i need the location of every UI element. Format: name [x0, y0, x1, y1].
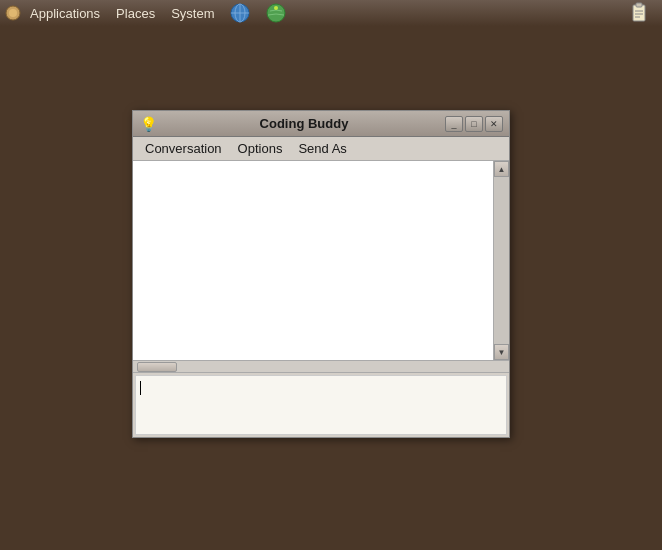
chat-display[interactable]	[133, 161, 493, 360]
window-titlebar: 💡 Coding Buddy _ □ ✕	[133, 111, 509, 137]
horizontal-scroll-area	[133, 361, 509, 373]
h-scroll-thumb[interactable]	[137, 362, 177, 372]
chat-area-container: ▲ ▼	[133, 161, 509, 361]
places-menu[interactable]: Places	[108, 4, 163, 23]
chat-scrollbar: ▲ ▼	[493, 161, 509, 360]
window-title: Coding Buddy	[163, 116, 445, 131]
svg-point-7	[274, 6, 278, 10]
clipboard-button[interactable]	[620, 0, 658, 26]
text-cursor	[140, 381, 141, 395]
message-input-area[interactable]	[135, 375, 507, 435]
options-menu[interactable]: Options	[230, 138, 291, 159]
send-as-menu[interactable]: Send As	[290, 138, 354, 159]
scroll-track[interactable]	[494, 177, 509, 344]
conversation-menu[interactable]: Conversation	[137, 138, 230, 159]
menubar: Conversation Options Send As	[133, 137, 509, 161]
applications-label: Applications	[30, 6, 100, 21]
scroll-down-button[interactable]: ▼	[494, 344, 509, 360]
taskbar: Applications Places System	[0, 0, 662, 26]
window-icon: 💡	[139, 115, 157, 133]
system-label: System	[171, 6, 214, 21]
options-label: Options	[238, 141, 283, 156]
coding-buddy-window: 💡 Coding Buddy _ □ ✕ Conversation Option…	[132, 110, 510, 438]
globe-icon-1[interactable]	[222, 1, 258, 25]
applications-menu[interactable]: Applications	[22, 4, 108, 23]
system-menu[interactable]: System	[163, 4, 222, 23]
maximize-button[interactable]: □	[465, 116, 483, 132]
taskbar-right	[620, 0, 658, 26]
close-button[interactable]: ✕	[485, 116, 503, 132]
places-label: Places	[116, 6, 155, 21]
send-as-label: Send As	[298, 141, 346, 156]
minimize-button[interactable]: _	[445, 116, 463, 132]
globe-icon-2[interactable]	[258, 1, 294, 25]
window-controls: _ □ ✕	[445, 116, 503, 132]
scroll-up-button[interactable]: ▲	[494, 161, 509, 177]
svg-point-1	[9, 9, 17, 17]
svg-rect-9	[636, 3, 642, 7]
conversation-label: Conversation	[145, 141, 222, 156]
applications-icon	[4, 4, 22, 22]
